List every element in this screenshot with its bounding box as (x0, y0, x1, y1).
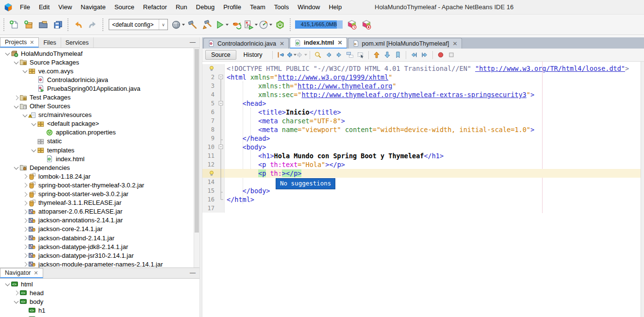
navigator-tree[interactable]: <>html<>head<>body<>h1<> (0, 279, 199, 317)
open-project-button[interactable] (36, 18, 50, 32)
fold-cell[interactable] (217, 82, 225, 90)
run-project-button[interactable] (215, 18, 229, 32)
projects-tree-item[interactable]: lombok-1.18.24.jar (0, 172, 199, 181)
profiler-snapshot-button[interactable] (345, 18, 359, 32)
menu-view[interactable]: View (54, 0, 76, 15)
projects-tree-item[interactable]: <default package> (0, 119, 199, 128)
fold-cell[interactable] (217, 169, 225, 178)
menu-profile[interactable]: Profile (219, 0, 246, 15)
debug-project-button[interactable] (230, 18, 243, 32)
expander-expanded-icon[interactable] (21, 112, 28, 118)
expander-collapsed-icon[interactable] (21, 252, 28, 259)
projects-tree-item[interactable]: jackson-datatype-jdk8-2.14.1.jar (0, 242, 199, 251)
projects-tree-item[interactable]: jackson-core-2.14.1.jar (0, 225, 199, 234)
tab-projects[interactable]: Projects✕ (0, 37, 39, 48)
expander-expanded-icon[interactable] (13, 103, 19, 110)
minimize-navigator-button[interactable]: — (190, 269, 196, 276)
gutter-cell[interactable]: 10 (202, 143, 217, 151)
menu-file[interactable]: File (16, 0, 34, 15)
projects-tree-item[interactable]: static (0, 137, 199, 146)
projects-tree-item[interactable]: jackson-databind-2.14.1.jar (0, 234, 199, 242)
profiler-record-button[interactable] (360, 18, 373, 32)
menu-debug[interactable]: Debug (192, 0, 219, 15)
expander-expanded-icon[interactable] (30, 120, 37, 127)
expander-collapsed-icon[interactable] (21, 191, 28, 198)
expander-collapsed-icon[interactable] (13, 289, 19, 296)
forward-button[interactable] (297, 50, 307, 60)
tab-navigator[interactable]: Navigator ✕ (0, 268, 43, 278)
config-select[interactable]: <default config>∨ (109, 19, 168, 30)
projects-tree-item[interactable]: attoparser-2.0.6.RELEASE.jar (0, 207, 199, 216)
projects-tree-item[interactable]: spring-boot-starter-web-3.0.2.jar (0, 190, 199, 199)
projects-tree-item[interactable]: templates (0, 146, 199, 154)
gutter-cell[interactable]: 14 (202, 178, 217, 186)
fold-cell[interactable] (217, 73, 225, 82)
expander-collapsed-icon[interactable] (21, 182, 28, 188)
projects-tree-item[interactable]: PruebaSpring001Application.java (0, 84, 199, 93)
expander-expanded-icon[interactable] (4, 281, 11, 287)
gutter-cell[interactable]: 2 (202, 73, 217, 82)
gutter-cell[interactable]: 5 (202, 99, 217, 108)
fold-cell[interactable] (217, 160, 225, 169)
projects-tree-item[interactable]: application.properties (0, 128, 199, 137)
source-view-button[interactable]: Source (205, 50, 236, 60)
expander-expanded-icon[interactable] (13, 164, 19, 171)
expander-collapsed-icon[interactable] (21, 226, 28, 233)
gutter-cell[interactable]: 15 (202, 186, 217, 195)
next-occurrence-button[interactable] (334, 50, 345, 60)
fold-cell[interactable] (217, 125, 225, 134)
inspect-gauge-button[interactable] (259, 18, 272, 32)
expander-collapsed-icon[interactable] (21, 234, 28, 241)
fold-cell[interactable] (217, 90, 225, 99)
build-project-button[interactable] (186, 18, 199, 32)
fold-cell[interactable] (217, 99, 225, 108)
projects-scrollbar-thumb[interactable] (195, 49, 199, 233)
projects-tree-item[interactable]: Test Packages (0, 93, 199, 101)
fold-cell[interactable] (217, 134, 225, 143)
navigator-tree-item[interactable]: <>head (0, 288, 199, 297)
back-button[interactable] (286, 50, 297, 60)
projects-tree-item[interactable]: spring-boot-starter-thymeleaf-3.0.2.jar (0, 181, 199, 189)
navigator-tree-item[interactable]: <> (0, 315, 199, 317)
tab-files[interactable]: Files (39, 37, 61, 48)
gutter-cell[interactable]: 3 (202, 82, 217, 90)
spring-boot-run-button[interactable] (273, 18, 287, 32)
menu-refactor[interactable]: Refactor (139, 0, 171, 15)
expander-collapsed-icon[interactable] (21, 208, 28, 215)
projects-tree-item[interactable]: ve.com.avys (0, 67, 199, 75)
gutter-cell[interactable]: 6 (202, 108, 217, 117)
rectangular-selection-button[interactable] (355, 50, 366, 60)
editor-tab-pom.xml[interactable]: mpom.xml [HolaMundoThymeleaf]✕ (348, 38, 462, 49)
menu-team[interactable]: Team (246, 0, 270, 15)
toggle-highlight-button[interactable] (345, 50, 355, 60)
expander-collapsed-icon[interactable] (21, 217, 28, 224)
expander-collapsed-icon[interactable] (21, 261, 28, 267)
fold-cell[interactable] (217, 178, 225, 186)
undo-button[interactable] (71, 18, 85, 32)
expander-collapsed-icon[interactable] (13, 94, 19, 101)
new-file-button[interactable] (7, 18, 21, 32)
projects-tree-item[interactable]: jackson-datatype-jsr310-2.14.1.jar (0, 251, 199, 260)
gutter-cell[interactable]: 8 (202, 125, 217, 134)
code-editor[interactable]: <!DOCTYPE HTML PUBLIC "-//W3C//DTD HTML … (202, 62, 644, 317)
new-project-button[interactable] (22, 18, 35, 32)
close-icon[interactable]: ✕ (34, 270, 38, 276)
last-edit-button[interactable] (275, 50, 286, 60)
menu-help[interactable]: Help (324, 0, 346, 15)
redo-button[interactable] (86, 18, 99, 32)
close-icon[interactable]: ✕ (30, 40, 34, 45)
expander-collapsed-icon[interactable] (21, 173, 28, 180)
menu-tools[interactable]: Tools (270, 0, 293, 15)
menu-source[interactable]: Source (110, 0, 139, 15)
projects-tree-item[interactable]: thymeleaf-3.1.1.RELEASE.jar (0, 199, 199, 207)
editor-tab-controladorinicio.java[interactable]: ControladorInicio.java✕ (203, 38, 289, 49)
projects-tree-item[interactable]: src/main/resources (0, 111, 199, 119)
projects-tree[interactable]: HolaMundoThymeleafSource Packagesve.com.… (0, 48, 199, 267)
projects-tree-item[interactable]: HolaMundoThymeleaf (0, 49, 199, 58)
menu-window[interactable]: Window (293, 0, 324, 15)
expander-expanded-icon[interactable] (30, 147, 37, 153)
close-icon[interactable]: ✕ (337, 40, 342, 46)
prev-bookmark-button[interactable] (371, 50, 382, 60)
fold-cell[interactable] (217, 64, 225, 73)
gutter-cell[interactable]: 7 (202, 117, 217, 125)
